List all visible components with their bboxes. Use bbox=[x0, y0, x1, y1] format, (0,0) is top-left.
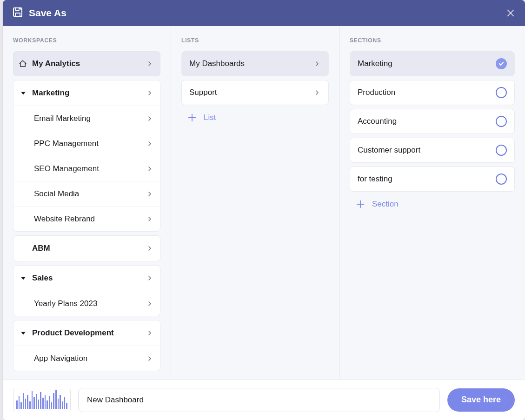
svg-marker-5 bbox=[21, 332, 25, 335]
chevron-right-icon bbox=[146, 140, 153, 147]
workspace-marketing[interactable]: Marketing bbox=[13, 80, 160, 106]
workspace-label: Sales bbox=[32, 273, 53, 283]
section-item-label: for testing bbox=[358, 174, 392, 184]
svg-marker-4 bbox=[21, 277, 25, 280]
workspace-label: Yearly Plans 2023 bbox=[34, 299, 97, 308]
workspace-label: Marketing bbox=[32, 88, 69, 98]
workspace-label: My Analytics bbox=[32, 59, 80, 68]
save-as-modal: Save As WORKSPACES My Analytics bbox=[3, 0, 525, 420]
chevron-right-icon bbox=[146, 355, 153, 362]
section-item-label: Customer support bbox=[358, 146, 420, 155]
section-item-for-testing[interactable]: for testing bbox=[350, 167, 515, 192]
chevron-right-icon bbox=[313, 60, 321, 67]
chevron-right-icon bbox=[146, 215, 153, 223]
chevron-right-icon bbox=[146, 190, 153, 198]
radio-icon bbox=[496, 116, 507, 127]
workspace-my-analytics[interactable]: My Analytics bbox=[13, 51, 160, 76]
modal-body: WORKSPACES My Analytics Ma bbox=[3, 26, 525, 379]
workspace-label: Social Media bbox=[34, 189, 79, 199]
workspace-label: PPC Management bbox=[34, 139, 99, 148]
add-section-label: Section bbox=[372, 200, 399, 209]
section-item-label: Production bbox=[358, 88, 395, 97]
workspace-abm[interactable]: ABM bbox=[13, 236, 160, 261]
workspace-label: ABM bbox=[32, 244, 50, 253]
workspace-group-sales: Sales Yearly Plans 2023 bbox=[13, 265, 160, 316]
list-item-my-dashboards[interactable]: My Dashboards bbox=[181, 51, 329, 76]
radio-icon bbox=[496, 87, 507, 98]
workspace-child[interactable]: SEO Management bbox=[13, 156, 160, 181]
chevron-right-icon bbox=[146, 300, 153, 307]
workspace-child[interactable]: Social Media bbox=[13, 181, 160, 206]
chevron-right-icon bbox=[146, 89, 153, 97]
modal-footer: Save here bbox=[3, 379, 525, 420]
workspace-label: Website Rebrand bbox=[34, 214, 95, 224]
workspace-child[interactable]: PPC Management bbox=[13, 131, 160, 156]
plus-icon bbox=[355, 199, 366, 209]
chevron-right-icon bbox=[146, 274, 153, 282]
section-item-label: Marketing bbox=[358, 59, 392, 68]
chevron-down-icon bbox=[19, 275, 27, 281]
list-item-support[interactable]: Support bbox=[181, 80, 329, 105]
workspaces-header: WORKSPACES bbox=[13, 37, 160, 44]
workspace-label: App Navigation bbox=[34, 354, 87, 363]
add-list-button[interactable]: List bbox=[181, 109, 329, 127]
workspace-child[interactable]: App Navigation bbox=[13, 346, 160, 371]
save-here-button[interactable]: Save here bbox=[447, 388, 515, 412]
chevron-right-icon bbox=[146, 329, 153, 337]
modal-header: Save As bbox=[3, 0, 525, 26]
lists-header: LISTS bbox=[181, 37, 329, 44]
section-item-accounting[interactable]: Accounting bbox=[350, 109, 515, 134]
workspace-group-product: Product Development App Navigation bbox=[13, 320, 160, 371]
radio-icon bbox=[496, 145, 507, 156]
section-item-production[interactable]: Production bbox=[350, 80, 515, 105]
add-list-label: List bbox=[204, 113, 216, 122]
home-icon bbox=[18, 60, 27, 68]
close-button[interactable] bbox=[505, 8, 516, 18]
list-item-label: Support bbox=[189, 88, 217, 97]
sections-header: SECTIONS bbox=[350, 37, 515, 44]
radio-icon bbox=[496, 173, 507, 185]
chevron-right-icon bbox=[146, 165, 153, 173]
radio-checked-icon bbox=[496, 58, 507, 69]
workspaces-column: WORKSPACES My Analytics Ma bbox=[3, 26, 171, 379]
workspace-child[interactable]: Website Rebrand bbox=[13, 206, 160, 231]
sections-column: SECTIONS Marketing Production Accounting… bbox=[339, 26, 525, 379]
chevron-down-icon bbox=[19, 330, 27, 336]
workspace-child[interactable]: Email Marketing bbox=[13, 106, 160, 131]
save-icon bbox=[12, 7, 23, 20]
chevron-down-icon bbox=[19, 90, 27, 96]
svg-marker-3 bbox=[21, 92, 25, 95]
chevron-right-icon bbox=[146, 115, 153, 122]
dashboard-thumbnail bbox=[13, 389, 71, 411]
chevron-right-icon bbox=[146, 245, 153, 252]
workspace-group-marketing: Marketing Email Marketing PPC Management… bbox=[13, 80, 160, 232]
section-item-label: Accounting bbox=[358, 117, 397, 126]
section-item-marketing[interactable]: Marketing bbox=[350, 51, 515, 76]
add-section-button[interactable]: Section bbox=[350, 195, 515, 213]
workspace-label: SEO Management bbox=[34, 164, 99, 173]
lists-column: LISTS My Dashboards Support List bbox=[171, 26, 339, 379]
workspace-sales[interactable]: Sales bbox=[13, 266, 160, 291]
workspace-group-abm: ABM bbox=[13, 235, 160, 261]
workspace-child[interactable]: Yearly Plans 2023 bbox=[13, 291, 160, 316]
chevron-right-icon bbox=[313, 89, 321, 96]
chevron-right-icon bbox=[146, 60, 153, 67]
workspace-product[interactable]: Product Development bbox=[13, 320, 160, 346]
list-item-label: My Dashboards bbox=[189, 59, 245, 68]
workspace-label: Email Marketing bbox=[34, 114, 91, 123]
workspace-label: Product Development bbox=[32, 328, 114, 338]
plus-icon bbox=[187, 113, 197, 123]
dashboard-name-input[interactable] bbox=[78, 388, 440, 412]
modal-title: Save As bbox=[29, 7, 66, 19]
section-item-customer-support[interactable]: Customer support bbox=[350, 138, 515, 163]
